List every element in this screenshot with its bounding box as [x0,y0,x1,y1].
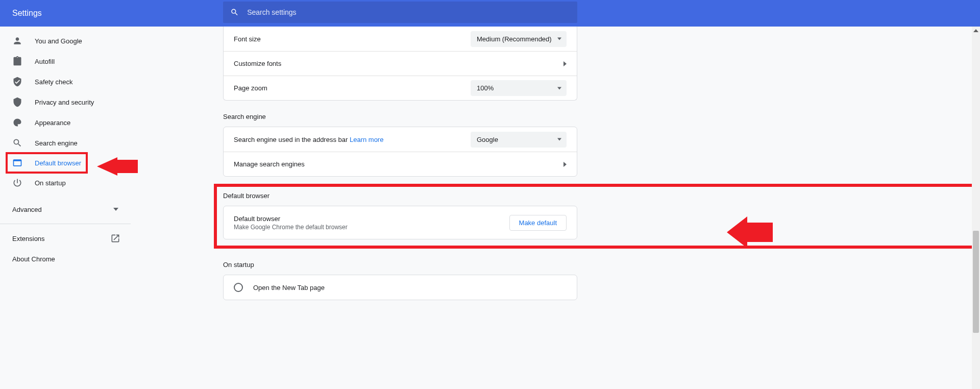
row-label: Page zoom [234,84,471,92]
search-input[interactable] [247,8,577,16]
font-size-select[interactable]: Medium (Recommended) [471,31,567,47]
row-open-new-tab[interactable]: Open the New Tab page [224,275,577,300]
row-sublabel: Make Google Chrome the default browser [234,224,509,231]
section-title-on-startup: On startup [223,261,980,269]
sidebar-item-label: Default browser [35,159,81,167]
clipboard-icon [12,56,22,66]
sidebar-item-label: Appearance [35,119,70,127]
search-icon [12,138,22,148]
content-area: Font size Medium (Recommended) Customize… [131,27,980,389]
sidebar-item-default-browser[interactable]: Default browser [6,152,88,174]
search-engine-card: Search engine used in the address bar Le… [223,127,577,177]
annotation-highlight: Default browser Default browser Make Goo… [214,184,980,249]
scrollbar-thumb[interactable] [973,231,979,333]
appearance-card: Font size Medium (Recommended) Customize… [223,27,577,101]
learn-more-link[interactable]: Learn more [350,136,383,143]
palette-icon [12,117,22,128]
sidebar-item-privacy[interactable]: Privacy and security [0,92,131,112]
sidebar-item-about[interactable]: About Chrome [0,249,131,269]
search-bar[interactable] [223,2,577,23]
divider [0,224,131,224]
sidebar-item-label: Safety check [35,78,72,86]
sidebar: You and Google Autofill Safety check Pri… [0,27,131,389]
annotation-arrow-icon [727,216,773,248]
chevron-down-icon [113,208,118,211]
row-search-engine-used: Search engine used in the address bar Le… [224,127,577,152]
sidebar-item-label: On startup [35,179,66,187]
on-startup-card: Open the New Tab page [223,275,577,300]
sidebar-advanced[interactable]: Advanced [0,199,131,220]
row-label: Open the New Tab page [253,284,325,291]
chevron-right-icon [564,61,567,66]
sidebar-advanced-label: Advanced [12,206,42,213]
sidebar-item-label: Extensions [12,235,45,242]
section-title-default-browser: Default browser [223,192,980,200]
verified-shield-icon [12,77,22,87]
browser-icon [12,158,22,168]
make-default-button[interactable]: Make default [509,215,567,231]
sidebar-item-search-engine[interactable]: Search engine [0,133,131,153]
row-default-browser: Default browser Make Google Chrome the d… [224,206,577,239]
sidebar-item-extensions[interactable]: Extensions [0,228,131,249]
radio-icon[interactable] [234,283,243,292]
row-label: Customize fonts [234,60,564,67]
person-icon [12,36,22,46]
chevron-right-icon [564,162,567,167]
section-title-search-engine: Search engine [223,113,980,120]
sidebar-item-label: About Chrome [12,255,55,263]
sidebar-item-appearance[interactable]: Appearance [0,112,131,133]
default-browser-card: Default browser Make Google Chrome the d… [223,206,577,239]
search-icon [230,8,239,17]
row-font-size: Font size Medium (Recommended) [224,27,577,51]
search-engine-select[interactable]: Google [471,132,567,148]
sidebar-item-safety-check[interactable]: Safety check [0,71,131,92]
scrollbar-track[interactable] [972,27,980,389]
row-label: Font size [234,35,471,43]
sidebar-item-you-and-google[interactable]: You and Google [0,31,131,51]
sidebar-item-label: You and Google [35,37,82,45]
sidebar-item-label: Autofill [35,58,55,65]
sidebar-item-autofill[interactable]: Autofill [0,51,131,71]
row-label: Default browser Make Google Chrome the d… [234,215,509,231]
header-bar: Settings [0,0,980,27]
row-label: Search engine used in the address bar Le… [234,136,471,143]
row-customize-fonts[interactable]: Customize fonts [224,51,577,76]
power-icon [12,178,22,188]
svg-marker-1 [727,216,773,248]
row-label: Manage search engines [234,160,564,168]
page-title: Settings [12,9,42,18]
sidebar-item-label: Search engine [35,139,78,147]
row-page-zoom: Page zoom 100% [224,76,577,100]
sidebar-item-label: Privacy and security [35,99,94,106]
open-in-new-icon [110,233,120,244]
scroll-up-icon[interactable] [972,27,980,35]
row-manage-search-engines[interactable]: Manage search engines [224,152,577,176]
shield-icon [12,97,22,107]
sidebar-item-on-startup[interactable]: On startup [0,173,131,193]
page-zoom-select[interactable]: 100% [471,80,567,96]
